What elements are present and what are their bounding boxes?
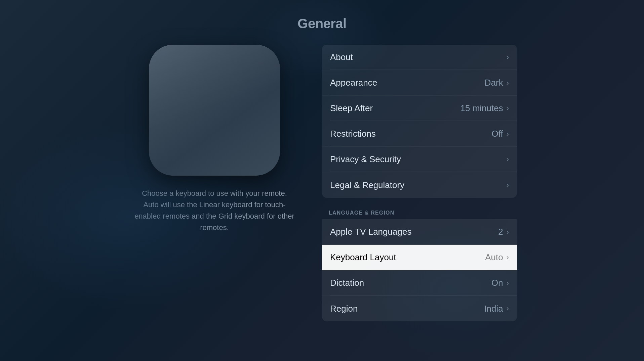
device-description: Choose a keyboard to use with your remot…: [134, 188, 295, 233]
settings-row-sleep-after[interactable]: Sleep After 15 minutes ›: [322, 96, 517, 121]
page-title: General: [0, 0, 644, 31]
left-panel: Choose a keyboard to use with your remot…: [127, 45, 302, 233]
chevron-icon: ›: [507, 304, 509, 313]
section-header-language-region: Language & Region: [322, 205, 517, 219]
chevron-icon: ›: [507, 279, 509, 287]
settings-row-region[interactable]: Region India ›: [322, 296, 517, 321]
settings-row-restrictions[interactable]: Restrictions Off ›: [322, 121, 517, 147]
settings-row-keyboard-layout[interactable]: Keyboard Layout Auto ›: [322, 245, 517, 270]
settings-group-general: About › Appearance Dark › Sleep After 15…: [322, 45, 517, 198]
chevron-icon: ›: [507, 228, 509, 236]
chevron-icon: ›: [507, 53, 509, 62]
settings-row-about[interactable]: About ›: [322, 45, 517, 70]
device-image: [149, 45, 280, 176]
chevron-icon: ›: [507, 130, 509, 138]
settings-row-privacy-security[interactable]: Privacy & Security ›: [322, 147, 517, 172]
chevron-icon: ›: [507, 181, 509, 189]
chevron-icon: ›: [507, 155, 509, 164]
settings-group-language-region: Language & Region Apple TV Languages 2 ›…: [322, 205, 517, 321]
settings-row-legal-regulatory[interactable]: Legal & Regulatory ›: [322, 172, 517, 198]
settings-row-dictation[interactable]: Dictation On ›: [322, 270, 517, 296]
chevron-icon: ›: [507, 79, 509, 87]
settings-row-apple-tv-languages[interactable]: Apple TV Languages 2 ›: [322, 219, 517, 245]
settings-row-appearance[interactable]: Appearance Dark ›: [322, 70, 517, 96]
chevron-icon: ›: [507, 104, 509, 113]
settings-panel: About › Appearance Dark › Sleep After 15…: [322, 45, 517, 324]
chevron-icon: ›: [507, 253, 509, 262]
content-area: Choose a keyboard to use with your remot…: [0, 45, 644, 324]
